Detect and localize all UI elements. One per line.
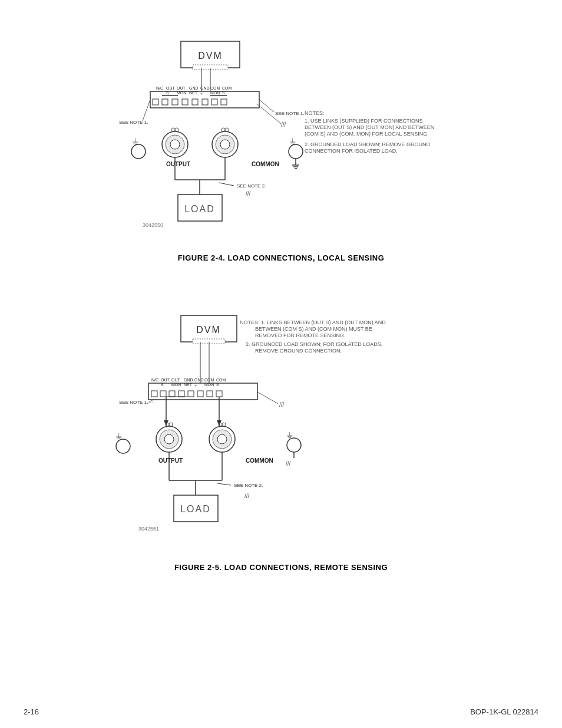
svg-text:COM: COM <box>210 86 220 90</box>
svg-text:///: /// <box>246 190 251 197</box>
common-label: COMMON <box>252 161 279 167</box>
svg-text:///: /// <box>281 121 286 128</box>
svg-point-36 <box>222 128 225 131</box>
svg-rect-24 <box>221 99 227 105</box>
figure-4-container: DVM N/C OUT S OUT MON GND NET GND ⏚ COM … <box>24 29 538 262</box>
svg-text:SEE NOTE 1.: SEE NOTE 1. <box>119 120 148 125</box>
svg-point-26 <box>131 144 146 159</box>
svg-point-34 <box>220 140 230 149</box>
svg-text:S: S <box>166 91 169 95</box>
svg-text:BETWEEN (OUT S) AND (OUT MON) : BETWEEN (OUT S) AND (OUT MON) AND BETWEE… <box>305 124 434 130</box>
svg-rect-97 <box>151 391 157 397</box>
figure-4-diagram: DVM N/C OUT S OUT MON GND NET GND ⏚ COM … <box>51 29 511 248</box>
svg-text:SEE NOTE 1.: SEE NOTE 1. <box>275 111 304 116</box>
svg-text:2. GROUNDED LOAD SHOWN; REMOVE: 2. GROUNDED LOAD SHOWN; REMOVE GROUND <box>305 141 431 147</box>
svg-point-114 <box>217 434 227 444</box>
svg-rect-18 <box>162 99 168 105</box>
svg-text:NET: NET <box>184 383 193 387</box>
svg-text:LOAD: LOAD <box>180 504 211 514</box>
svg-text:S: S <box>222 91 225 95</box>
svg-point-29 <box>170 140 180 149</box>
figure-5-diagram: NOTES: 1. LINKS BETWEEN (OUT S) AND (OUT… <box>51 304 511 557</box>
svg-point-115 <box>222 423 226 426</box>
svg-text:3042551: 3042551 <box>138 526 159 532</box>
svg-text:S: S <box>161 383 164 387</box>
svg-text:LOAD: LOAD <box>184 204 215 214</box>
svg-rect-103 <box>207 391 213 397</box>
page: DVM N/C OUT S OUT MON GND NET GND ⏚ COM … <box>0 0 562 728</box>
svg-text:CONNECTION FOR ISOLATED LOAD.: CONNECTION FOR ISOLATED LOAD. <box>305 148 398 154</box>
svg-point-31 <box>171 128 175 131</box>
svg-rect-98 <box>160 391 166 397</box>
svg-text:NET: NET <box>189 91 198 95</box>
svg-text:GND: GND <box>184 378 193 382</box>
svg-text:OUT: OUT <box>161 378 170 382</box>
svg-text:2. GROUNDED LOAD SHOWN; FOR IS: 2. GROUNDED LOAD SHOWN; FOR ISOLATED LOA… <box>246 341 382 347</box>
svg-point-35 <box>225 128 229 131</box>
svg-point-106 <box>116 439 130 453</box>
svg-point-109 <box>164 434 174 444</box>
svg-rect-23 <box>211 99 217 105</box>
svg-text:COM: COM <box>216 378 226 382</box>
svg-text:N/C: N/C <box>151 378 158 382</box>
svg-text:REMOVE GROUND CONNECTION.: REMOVE GROUND CONNECTION. <box>255 348 342 354</box>
svg-text:///: /// <box>244 493 250 499</box>
svg-line-56 <box>143 100 150 121</box>
svg-text:DVM: DVM <box>198 51 223 61</box>
svg-point-118 <box>287 438 301 452</box>
svg-rect-17 <box>153 99 158 105</box>
output-label: OUTPUT <box>166 161 190 167</box>
svg-line-58 <box>259 100 274 112</box>
svg-text:DVM: DVM <box>196 325 221 335</box>
svg-text:N/C: N/C <box>156 86 163 90</box>
svg-rect-22 <box>202 99 208 105</box>
svg-line-81 <box>257 392 278 404</box>
svg-text:COMMON: COMMON <box>246 457 273 464</box>
svg-text:SEE NOTE 1. —: SEE NOTE 1. — <box>119 400 154 405</box>
figure-4-caption: FIGURE 2-4. LOAD CONNECTIONS, LOCAL SENS… <box>178 253 385 262</box>
svg-text:S: S <box>216 383 219 387</box>
svg-line-47 <box>219 183 234 186</box>
svg-text:///: /// <box>279 401 285 408</box>
svg-text:MON: MON <box>177 91 186 95</box>
svg-text:///: /// <box>286 460 291 467</box>
svg-text:MON: MON <box>210 91 220 95</box>
svg-text:OUTPUT: OUTPUT <box>158 457 183 464</box>
svg-text:GND: GND <box>189 86 199 90</box>
svg-rect-21 <box>192 99 198 105</box>
svg-text:SEE NOTE 2.: SEE NOTE 2. <box>237 183 266 189</box>
svg-point-38 <box>289 144 303 159</box>
svg-rect-104 <box>216 391 222 397</box>
svg-text:COM: COM <box>222 86 232 90</box>
svg-text:MON: MON <box>171 383 181 387</box>
svg-rect-19 <box>172 99 178 105</box>
page-number: 2-16 <box>24 707 39 716</box>
svg-line-127 <box>217 483 231 485</box>
svg-text:(COM S) AND (COM. MON) FOR LOC: (COM S) AND (COM. MON) FOR LOCAL SENSING… <box>305 131 429 137</box>
svg-rect-99 <box>169 391 175 397</box>
svg-text:OUT: OUT <box>177 86 186 90</box>
svg-text:REMOVED FOR REMOTE SENSING.: REMOVED FOR REMOTE SENSING. <box>255 332 346 338</box>
svg-rect-102 <box>197 391 203 397</box>
svg-text:BETWEEN (COM S) AND (COM MON) : BETWEEN (COM S) AND (COM MON) MUST BE <box>255 326 372 332</box>
svg-text:MON: MON <box>204 383 214 387</box>
doc-number: BOP-1K-GL 022814 <box>470 707 538 716</box>
svg-text:NOTES:: NOTES: <box>305 110 325 116</box>
svg-point-110 <box>169 423 173 426</box>
figure-5-container: NOTES: 1. LINKS BETWEEN (OUT S) AND (OUT… <box>24 304 538 572</box>
svg-rect-100 <box>178 391 184 397</box>
svg-text:OUT: OUT <box>166 86 176 90</box>
svg-point-30 <box>175 128 178 131</box>
svg-text:NOTES: 1. LINKS BETWEEN (OUT S: NOTES: 1. LINKS BETWEEN (OUT S) AND (OUT… <box>240 319 386 325</box>
svg-text:GND: GND <box>194 378 204 382</box>
svg-text:SEE NOTE 2.: SEE NOTE 2. <box>234 483 263 488</box>
figure-5-caption: FIGURE 2-5. LOAD CONNECTIONS, REMOTE SEN… <box>174 563 388 572</box>
svg-text:COM: COM <box>204 378 214 382</box>
svg-text:1. USE LINKS (SUPPLIED) FOR CO: 1. USE LINKS (SUPPLIED) FOR CONNECTIONS <box>305 118 423 124</box>
svg-text:OUT: OUT <box>171 378 181 382</box>
svg-rect-101 <box>188 391 194 397</box>
svg-rect-20 <box>182 99 188 105</box>
svg-text:3042550: 3042550 <box>143 222 163 228</box>
